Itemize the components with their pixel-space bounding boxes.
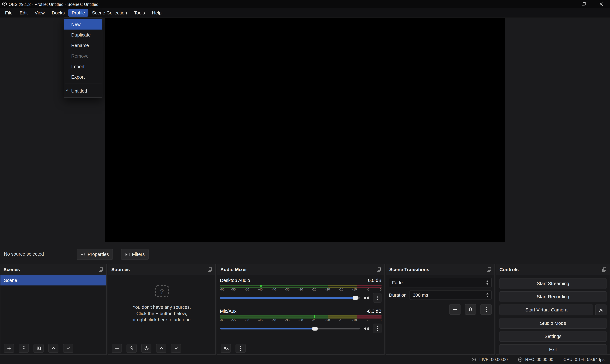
cpu-fps-stats: CPU: 0.1%, 59.94 fps [563, 357, 605, 362]
channel-options-button[interactable] [373, 293, 381, 303]
filter-icon [125, 252, 130, 257]
virtual-camera-settings-button[interactable] [595, 304, 607, 315]
slider-handle[interactable] [353, 296, 358, 300]
chevron-up-icon [159, 346, 164, 351]
profile-menu-rename[interactable]: Rename [64, 40, 102, 51]
scenes-panel-header: Scenes [0, 264, 106, 275]
volume-slider[interactable] [220, 326, 360, 330]
filters-label: Filters [132, 252, 145, 257]
scene-move-down-button[interactable] [63, 344, 73, 353]
peak-indicator [314, 315, 315, 318]
sources-empty-line: or right click here to add one. [108, 316, 215, 323]
obs-window: OBS 29.1.2 - Profile: Untitled - Scenes:… [0, 0, 610, 364]
speaker-icon[interactable] [363, 326, 369, 331]
start-streaming-button[interactable]: Start Streaming [499, 278, 607, 289]
transition-select[interactable]: Fade [389, 278, 492, 287]
close-button[interactable] [593, 0, 610, 8]
preview-canvas [105, 18, 505, 242]
popout-icon[interactable] [487, 267, 491, 272]
settings-button[interactable]: Settings [499, 331, 607, 342]
question-box-icon: ? [108, 285, 215, 299]
menu-tools[interactable]: Tools [130, 9, 149, 17]
channel-options-button[interactable] [373, 324, 381, 333]
spinner-arrows-icon[interactable] [486, 293, 488, 297]
minimize-button[interactable] [557, 0, 575, 8]
obs-logo-icon [2, 1, 7, 7]
mixer-options-button[interactable] [235, 344, 246, 353]
scene-transitions-title: Scene Transitions [389, 267, 429, 272]
menu-profile[interactable]: Profile [68, 9, 88, 17]
slider-handle[interactable] [312, 326, 318, 330]
sources-empty-line: Click the + button below, [108, 310, 215, 316]
menu-view[interactable]: View [31, 9, 48, 17]
scene-list-item[interactable]: Scene [0, 275, 106, 286]
channel-name: Mic/Aux [220, 308, 237, 314]
volume-slider[interactable] [220, 296, 360, 300]
sources-panel-title: Sources [111, 267, 130, 272]
controls-panel-body: Start Streaming Start Recording Start Vi… [496, 275, 610, 354]
scenes-panel: Scenes Scene [0, 264, 107, 355]
profile-menu-new[interactable]: New [64, 19, 102, 29]
menu-separator [65, 84, 102, 84]
mixer-channel-desktop-audio: Desktop Audio 0.0 dB -60-55-50-45-40-35-… [217, 275, 384, 303]
chevron-down-icon [66, 346, 71, 351]
duration-value: 300 ms [413, 292, 428, 298]
plus-icon [114, 346, 119, 351]
source-move-down-button[interactable] [171, 344, 181, 353]
live-status: LIVE: 00:00:00 [471, 357, 508, 362]
popout-icon[interactable] [98, 267, 103, 272]
filters-button[interactable]: Filters [121, 249, 149, 260]
sources-empty-line: You don't have any sources. [108, 304, 215, 310]
trash-icon [129, 346, 134, 351]
remove-scene-button[interactable] [19, 344, 29, 353]
studio-mode-button[interactable]: Studio Mode [499, 318, 607, 329]
remove-transition-button[interactable] [465, 304, 476, 315]
audio-mixer-title: Audio Mixer [220, 267, 247, 272]
add-transition-button[interactable] [449, 304, 461, 315]
menu-help[interactable]: Help [149, 9, 165, 17]
profile-menu-import[interactable]: Import [64, 61, 102, 72]
exit-button[interactable]: Exit [499, 344, 607, 354]
start-virtual-camera-button[interactable]: Start Virtual Camera [499, 304, 593, 315]
source-properties-button[interactable] [141, 344, 151, 353]
menu-docks[interactable]: Docks [48, 9, 68, 17]
remove-source-button[interactable] [126, 344, 137, 353]
properties-button[interactable]: Properties [77, 249, 113, 260]
channel-name: Desktop Audio [220, 278, 250, 283]
live-time: LIVE: 00:00:00 [479, 357, 508, 362]
add-scene-button[interactable] [4, 344, 14, 353]
popout-icon[interactable] [376, 267, 381, 272]
kebab-icon [485, 307, 487, 312]
sources-empty-state: ? You don't have any sources. Click the … [108, 285, 215, 323]
mixer-channel-mic-aux: Mic/Aux -8.3 dB -60-55-50-45-40-35-30-25… [217, 306, 384, 333]
profile-menu-duplicate[interactable]: Duplicate [64, 29, 102, 40]
status-bar: LIVE: 00:00:00 REC: 00:00:00 CPU: 0.1%, … [0, 355, 610, 364]
start-recording-button[interactable]: Start Recording [499, 291, 607, 302]
source-move-up-button[interactable] [156, 344, 166, 353]
kebab-icon [376, 326, 378, 331]
transition-options-button[interactable] [480, 304, 492, 315]
profile-menu-untitled[interactable]: ✓ Untitled [64, 86, 102, 96]
sources-list-empty-area[interactable]: ? You don't have any sources. Click the … [108, 275, 215, 342]
maximize-button[interactable] [575, 0, 593, 8]
duration-spinbox[interactable]: 300 ms [410, 290, 492, 300]
popout-icon[interactable] [602, 267, 607, 272]
popout-icon[interactable] [207, 267, 212, 272]
profile-menu-export[interactable]: Export [64, 72, 102, 82]
scene-move-up-button[interactable] [48, 344, 58, 353]
menu-scene-collection[interactable]: Scene Collection [89, 9, 131, 17]
advanced-audio-button[interactable] [221, 344, 231, 353]
plus-icon [6, 346, 12, 351]
kebab-icon [376, 295, 378, 300]
menu-edit[interactable]: Edit [16, 9, 31, 17]
profile-menu-untitled-label: Untitled [71, 88, 87, 93]
menu-file[interactable]: File [1, 9, 16, 17]
add-source-button[interactable] [112, 344, 122, 353]
controls-panel: Controls Start Streaming Start Recording… [496, 264, 610, 355]
record-icon [518, 357, 523, 362]
controls-panel-title: Controls [499, 267, 519, 272]
speaker-icon[interactable] [363, 295, 369, 300]
trash-icon [21, 346, 26, 351]
menubar: File Edit View Docks Profile Scene Colle… [0, 8, 610, 17]
scene-filters-button[interactable] [34, 344, 44, 353]
